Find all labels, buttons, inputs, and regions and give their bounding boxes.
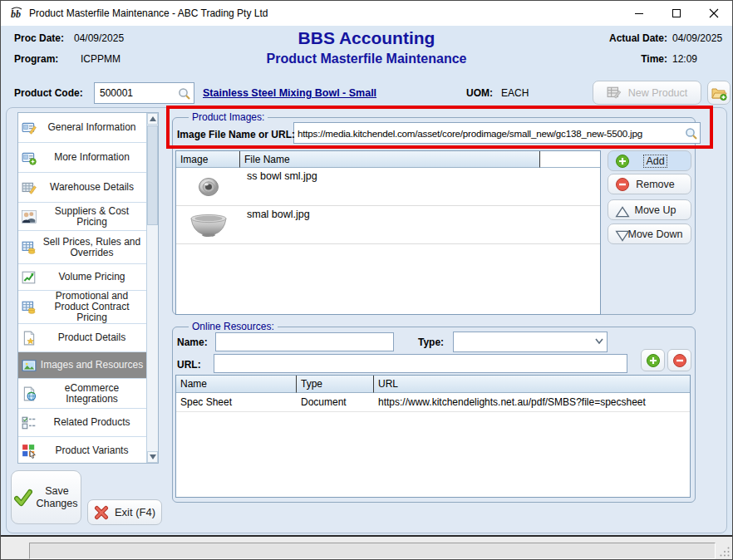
- move-down-button[interactable]: Move Down: [608, 224, 691, 244]
- product-images-table[interactable]: Image File Name ss bowl sml.jpg: [175, 150, 601, 315]
- table-row[interactable]: Spec Sheet Document https://www.kitchend…: [176, 393, 690, 412]
- checklist-icon: [22, 415, 37, 430]
- exit-button[interactable]: Exit (F4): [87, 499, 162, 525]
- sidebar-item-label: eCommerce Integrations: [39, 383, 145, 405]
- exit-button-label: Exit (F4): [115, 506, 155, 518]
- resource-url-input[interactable]: [214, 354, 627, 373]
- file-name-cell: smal bowl.jpg: [240, 209, 310, 220]
- sidebar-item-images-and-resources[interactable]: Images and Resources: [18, 352, 146, 379]
- move-up-button[interactable]: Move Up: [608, 199, 691, 220]
- column-header-url[interactable]: URL: [374, 376, 690, 393]
- product-images-legend: Product Images:: [189, 111, 268, 123]
- svg-text:bb: bb: [11, 8, 21, 20]
- status-bar-field: [29, 543, 716, 559]
- id-card-pencil-icon: [22, 120, 37, 135]
- column-header-name[interactable]: Name: [176, 376, 297, 393]
- new-product-button[interactable]: New Product: [593, 81, 701, 105]
- sidebar-item-label: Volume Pricing: [39, 272, 145, 282]
- open-folder-button[interactable]: [707, 81, 731, 105]
- time-label: Time:: [593, 53, 667, 65]
- time-value: 12:09: [672, 53, 697, 65]
- file-name-cell: ss bowl sml.jpg: [240, 170, 317, 182]
- online-resources-table[interactable]: Name Type URL Spec Sheet Document https:…: [175, 375, 691, 498]
- resize-grip[interactable]: [720, 547, 731, 558]
- column-header-type[interactable]: Type: [297, 376, 374, 393]
- actual-date-value: 04/09/2025: [672, 32, 722, 44]
- save-changes-button[interactable]: Save Changes: [11, 470, 81, 524]
- id-card-plus-icon: [22, 150, 37, 165]
- add-resource-button[interactable]: [641, 349, 665, 371]
- product-name-link[interactable]: Stainless Steel Mixing Bowl - Small: [203, 87, 376, 99]
- sidebar-nav: General Information More Information: [17, 112, 159, 464]
- sidebar-item-related-products[interactable]: Related Products: [18, 409, 146, 437]
- save-button-label-line1: Save: [45, 485, 69, 497]
- resource-type-select[interactable]: [453, 332, 608, 352]
- sidebar-item-more-information[interactable]: More Information: [18, 143, 146, 173]
- bowl-side-view-image: [189, 213, 228, 238]
- resource-url-cell: https://www.kitchendelights.net.au/pdf/S…: [378, 396, 687, 408]
- move-down-icon: [615, 228, 630, 243]
- title-bar: bb Product Masterfile Maintenance - ABC …: [1, 1, 732, 26]
- resource-type-label: Type:: [418, 336, 444, 348]
- product-code-label: Product Code:: [14, 87, 83, 99]
- product-images-table-header: Image File Name: [176, 151, 600, 168]
- save-button-label-line2: Changes: [36, 498, 77, 509]
- sidebar-item-volume-pricing[interactable]: Volume Pricing: [18, 264, 146, 291]
- remove-icon: [672, 353, 687, 368]
- sidebar-item-product-details[interactable]: Product Details: [18, 324, 146, 352]
- remove-image-button[interactable]: Remove: [608, 174, 691, 194]
- add-icon: [615, 154, 630, 169]
- sidebar-item-label: Warehouse Details: [39, 182, 145, 193]
- picture-icon: [22, 358, 37, 373]
- sidebar-item-label: Sell Prices, Rules and Overrides: [39, 237, 145, 258]
- sidebar-item-product-variants[interactable]: Product Variants: [18, 437, 146, 463]
- page-star-icon: [22, 331, 37, 346]
- uom-label: UOM:: [466, 87, 493, 99]
- image-url-search-icon[interactable]: [685, 127, 698, 140]
- sidebar-scrollbar[interactable]: [146, 113, 158, 463]
- table-row[interactable]: ss bowl sml.jpg: [176, 168, 600, 206]
- sidebar-item-promotional-contract-pricing[interactable]: Promotional and Product Contract Pricing: [18, 291, 146, 324]
- status-bar: [1, 535, 732, 559]
- image-url-input[interactable]: [293, 122, 701, 144]
- sidebar-item-ecommerce-integrations[interactable]: eCommerce Integrations: [18, 379, 146, 409]
- online-resources-legend: Online Resources:: [189, 321, 278, 332]
- table-row[interactable]: smal bowl.jpg: [176, 206, 600, 244]
- product-code-input[interactable]: [94, 82, 194, 104]
- app-logo-icon: bb: [9, 6, 24, 21]
- column-header-file-name[interactable]: File Name: [240, 151, 540, 168]
- chart-arrow-icon: [22, 270, 37, 285]
- actual-date-label: Actual Date:: [593, 32, 667, 44]
- exit-cross-icon: [94, 505, 109, 520]
- image-url-label: Image File Name or URL:: [177, 129, 295, 140]
- resource-name-input[interactable]: [215, 332, 394, 351]
- column-header-spacer: [540, 151, 600, 168]
- product-image-thumbnail: [176, 168, 240, 205]
- chevron-down-icon: [594, 337, 604, 345]
- sidebar-item-sell-prices-rules-overrides[interactable]: Sell Prices, Rules and Overrides: [18, 231, 146, 264]
- sidebar-item-suppliers-cost-pricing[interactable]: Suppliers & Cost Pricing: [18, 203, 146, 231]
- remove-icon: [615, 177, 630, 192]
- resource-name-label: Name:: [177, 336, 208, 348]
- uom-value: EACH: [501, 87, 529, 99]
- resource-name-cell: Spec Sheet: [180, 396, 295, 408]
- add-image-button[interactable]: Add: [608, 150, 691, 171]
- scroll-up-arrow[interactable]: [147, 113, 158, 125]
- scroll-down-arrow[interactable]: [147, 451, 158, 463]
- sidebar-item-general-information[interactable]: General Information: [18, 113, 146, 143]
- save-check-icon: [14, 489, 32, 507]
- maximize-button[interactable]: [657, 1, 695, 26]
- people-icon: [22, 209, 37, 224]
- product-code-search-icon[interactable]: [178, 87, 191, 101]
- variant-squares-icon: [22, 444, 37, 459]
- sidebar-item-label: General Information: [39, 122, 145, 133]
- column-header-image[interactable]: Image: [176, 151, 240, 168]
- close-button[interactable]: [695, 1, 732, 26]
- sidebar-item-warehouse-details[interactable]: Warehouse Details: [18, 173, 146, 203]
- remove-resource-button[interactable]: [667, 349, 691, 371]
- bowl-top-view-image: [198, 176, 219, 198]
- open-folder-add-icon: [711, 85, 727, 101]
- sidebar-item-label: Images and Resources: [39, 360, 145, 371]
- minimize-button[interactable]: [620, 1, 657, 26]
- scroll-thumb[interactable]: [147, 125, 158, 225]
